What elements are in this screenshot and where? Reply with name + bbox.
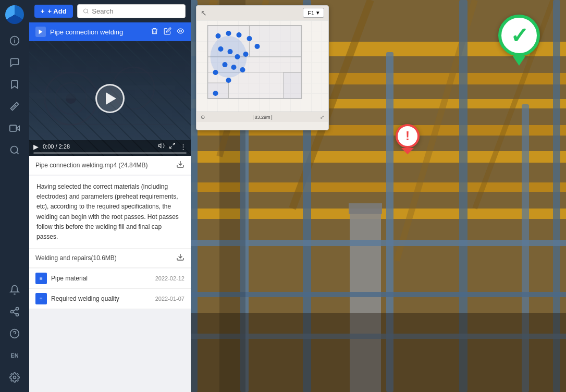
svg-line-18 (87, 13, 88, 14)
svg-point-80 (231, 65, 237, 70)
sidebar-item-language[interactable]: EN (5, 346, 24, 365)
svg-point-84 (213, 91, 218, 96)
svg-point-76 (228, 49, 233, 54)
doc-date: 2022-01-07 (155, 296, 184, 302)
svg-rect-55 (349, 203, 382, 214)
doc-name: Required welding quality (51, 295, 151, 302)
sidebar-item-chat[interactable] (5, 53, 24, 72)
doc-icon: ≡ (35, 273, 47, 284)
svg-point-11 (16, 313, 19, 316)
search-input[interactable] (92, 7, 180, 15)
time-display: 0:00 / 2:28 (43, 143, 70, 150)
sidebar-item-search[interactable] (5, 141, 24, 160)
exclamation-icon: ! (405, 129, 410, 143)
video-player: ▶ 0:00 / 2:28 ⋮ (29, 41, 191, 156)
sidebar: i EN (0, 0, 29, 392)
panel-content: Pipe connection welding.mp4 (24.84MB) Ha… (29, 156, 191, 392)
file-entry-attachment: Welding and repairs(10.6MB) (29, 249, 191, 268)
add-button[interactable]: + + Add (34, 5, 73, 18)
svg-line-30 (173, 143, 175, 145)
svg-point-79 (223, 62, 228, 67)
svg-point-74 (255, 44, 260, 49)
visibility-icon[interactable] (177, 27, 184, 36)
progress-bar[interactable] (33, 152, 187, 154)
svg-line-4 (15, 105, 16, 106)
svg-point-82 (213, 70, 218, 75)
map-footer: ⊙ | 83.29m | ⤢ (196, 112, 328, 122)
sidebar-item-camera[interactable] (5, 119, 24, 138)
play-control-icon[interactable]: ▶ (33, 143, 39, 151)
sidebar-item-bookmark[interactable] (5, 75, 24, 94)
svg-point-10 (11, 311, 14, 313)
file-entry-video: Pipe connection welding.mp4 (24.84MB) (29, 156, 191, 175)
map-content (196, 20, 328, 112)
sidebar-item-help[interactable] (5, 324, 24, 343)
marker-red-circle: ! (396, 124, 420, 148)
doc-icon: ≡ (35, 293, 47, 304)
marker-green-tail (513, 56, 525, 66)
svg-point-17 (83, 9, 88, 13)
svg-marker-29 (158, 144, 161, 148)
selected-item-bar: Pipe connection welding (29, 22, 191, 41)
svg-rect-56 (191, 240, 566, 246)
sidebar-item-info[interactable]: i (5, 31, 24, 50)
svg-marker-19 (39, 30, 43, 34)
svg-rect-6 (10, 125, 16, 131)
sidebar-item-share[interactable] (5, 302, 24, 321)
svg-point-83 (226, 78, 231, 83)
sidebar-item-settings[interactable] (5, 368, 24, 387)
doc-date: 2022-02-12 (155, 275, 184, 281)
marker-red[interactable]: ! (396, 124, 420, 154)
svg-line-13 (13, 309, 16, 311)
item-actions (151, 27, 184, 36)
map-locate-icon[interactable]: ⊙ (201, 114, 205, 120)
svg-rect-59 (191, 313, 566, 392)
document-item[interactable]: ≡ Pipe material 2022-02-12 (29, 268, 191, 289)
marker-red-tail (401, 148, 414, 154)
more-icon[interactable]: ⋮ (180, 143, 187, 151)
map-back-icon[interactable]: ↖ (201, 9, 207, 17)
svg-point-75 (218, 46, 224, 52)
app-logo[interactable] (5, 5, 24, 24)
checkmark-icon: ✓ (510, 23, 528, 48)
svg-point-71 (226, 31, 231, 36)
description-text: Having selected the correct materials (i… (29, 176, 191, 249)
svg-line-8 (17, 152, 19, 154)
delete-icon[interactable] (151, 27, 158, 36)
panel-header: + + Add (29, 0, 191, 22)
svg-point-77 (235, 54, 240, 59)
sidebar-item-bell[interactable] (5, 280, 24, 299)
document-list: ≡ Pipe material 2022-02-12 ≡ Required we… (29, 268, 191, 309)
download-video-icon[interactable] (176, 160, 184, 170)
svg-point-73 (247, 36, 252, 41)
svg-line-12 (13, 312, 16, 314)
content-panel: + + Add Pipe connection welding (29, 0, 191, 392)
item-video-icon (35, 27, 46, 37)
svg-rect-26 (113, 85, 175, 90)
map-scale: | 83.29m | (252, 115, 273, 120)
fullscreen-icon[interactable] (169, 142, 176, 151)
map-expand-icon[interactable]: ⤢ (320, 114, 324, 120)
svg-rect-57 (191, 292, 566, 297)
video-controls: ▶ 0:00 / 2:28 ⋮ (29, 140, 191, 156)
svg-text:i: i (14, 38, 15, 44)
map-thumbnail[interactable]: ↖ F1 ▾ (196, 5, 329, 130)
svg-rect-68 (208, 83, 229, 99)
marker-green[interactable]: ✓ (498, 15, 540, 66)
floorplan-svg (196, 20, 328, 112)
doc-name: Pipe material (51, 275, 151, 282)
search-box[interactable] (77, 4, 186, 18)
edit-icon[interactable] (164, 27, 171, 36)
svg-rect-67 (284, 72, 302, 99)
map-header: ↖ F1 ▾ (196, 6, 328, 20)
main-viewport: ↖ F1 ▾ (191, 0, 566, 392)
volume-icon[interactable] (158, 142, 165, 151)
download-attachment-icon[interactable] (176, 253, 184, 263)
sidebar-item-ruler[interactable] (5, 97, 24, 116)
play-button[interactable] (95, 84, 125, 113)
svg-point-78 (243, 52, 249, 57)
svg-point-81 (240, 67, 245, 72)
svg-point-9 (16, 308, 19, 310)
floor-selector[interactable]: F1 ▾ (303, 8, 324, 18)
document-item[interactable]: ≡ Required welding quality 2022-01-07 (29, 289, 191, 309)
